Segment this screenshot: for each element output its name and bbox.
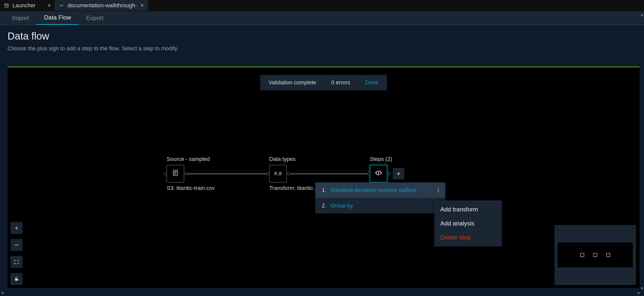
port[interactable] bbox=[164, 172, 167, 175]
node-data-types[interactable]: #.# bbox=[269, 165, 287, 182]
more-icon[interactable] bbox=[438, 188, 439, 192]
validation-toast: Validation complete 0 errors Done bbox=[260, 75, 387, 90]
tab-launcher[interactable]: Launcher × bbox=[0, 0, 55, 11]
flow-canvas[interactable]: Validation complete 0 errors Done Source… bbox=[8, 67, 639, 288]
hash-glyph: #.# bbox=[274, 170, 282, 177]
page-title: Data flow bbox=[8, 31, 636, 42]
context-menu: Add transform Add analysis Delete step bbox=[434, 200, 502, 246]
port[interactable] bbox=[367, 172, 370, 175]
code-icon bbox=[375, 169, 383, 178]
page-header: Data flow Choose the plus sign to add a … bbox=[0, 25, 644, 54]
nav-data-flow[interactable]: Data Flow bbox=[37, 11, 79, 25]
launcher-icon bbox=[4, 3, 9, 8]
svg-rect-3 bbox=[15, 278, 18, 280]
steps-popover: 1. Standard deviation numeric outliers 2… bbox=[315, 182, 445, 213]
tab-label: documentation-walkthrough- bbox=[68, 2, 137, 9]
svg-line-2 bbox=[378, 171, 379, 175]
lock-button[interactable] bbox=[11, 273, 23, 285]
menu-add-analysis[interactable]: Add analysis bbox=[434, 216, 502, 230]
close-icon[interactable]: × bbox=[48, 2, 51, 9]
edge bbox=[188, 174, 267, 174]
menu-add-transform[interactable]: Add transform bbox=[434, 202, 502, 216]
zoom-out-button[interactable] bbox=[11, 239, 23, 251]
minimap-view bbox=[558, 242, 633, 267]
file-icon bbox=[172, 169, 179, 178]
toast-status: Validation complete bbox=[269, 79, 316, 86]
step-name: Group by bbox=[330, 202, 434, 209]
app-icon bbox=[59, 3, 64, 8]
toast-errors: 0 errors bbox=[331, 79, 350, 86]
minimap-node bbox=[606, 253, 610, 257]
minimap-node bbox=[593, 253, 597, 257]
step-index: 1. bbox=[322, 187, 326, 193]
tab-documentation-walkthrough[interactable]: documentation-walkthrough- × bbox=[55, 0, 148, 11]
tab-label: Launcher bbox=[13, 2, 44, 9]
scroll-left-icon[interactable]: ◂ bbox=[1, 290, 3, 295]
close-icon[interactable]: × bbox=[141, 2, 144, 9]
nav-import[interactable]: Import bbox=[5, 11, 37, 25]
port[interactable] bbox=[388, 172, 391, 175]
zoom-in-button[interactable]: + bbox=[11, 222, 23, 234]
subnav: Import Data Flow Export bbox=[0, 11, 644, 25]
port[interactable] bbox=[267, 172, 270, 175]
fit-button[interactable] bbox=[11, 256, 23, 268]
step-item-2[interactable]: 2. Group by bbox=[315, 198, 445, 213]
toast-done-link[interactable]: Done bbox=[365, 79, 379, 86]
step-item-1[interactable]: 1. Standard deviation numeric outliers bbox=[315, 182, 445, 198]
nav-export[interactable]: Export bbox=[79, 11, 111, 25]
zoom-controls: + bbox=[11, 222, 23, 285]
step-index: 2. bbox=[322, 202, 326, 209]
node-sub-source: S3: titantic-train.csv bbox=[167, 185, 215, 191]
scroll-up-icon[interactable]: ▴ bbox=[641, 12, 643, 18]
scroll-down-icon[interactable]: ▾ bbox=[641, 285, 643, 291]
menu-delete-step[interactable]: Delete step bbox=[434, 230, 502, 244]
scroll-right-icon[interactable]: ▸ bbox=[638, 290, 640, 295]
port[interactable] bbox=[185, 172, 188, 175]
node-steps[interactable] bbox=[370, 165, 387, 182]
page-subtitle: Choose the plus sign to add a step to th… bbox=[8, 45, 636, 52]
add-step-button[interactable]: + bbox=[393, 168, 404, 179]
node-title-source: Source - sampled bbox=[167, 156, 210, 162]
step-name: Standard deviation numeric outliers bbox=[330, 187, 434, 193]
minimap[interactable] bbox=[554, 225, 636, 285]
editor-tab-bar: Launcher × documentation-walkthrough- × bbox=[0, 0, 644, 11]
edge bbox=[290, 174, 368, 174]
node-source[interactable] bbox=[167, 165, 184, 182]
node-sub-datatypes: Transform: titantic-t bbox=[269, 185, 314, 191]
minimap-node bbox=[580, 253, 584, 257]
port[interactable] bbox=[287, 172, 290, 175]
node-title-datatypes: Data types bbox=[269, 156, 295, 162]
node-title-steps: Steps (2) bbox=[370, 156, 392, 162]
